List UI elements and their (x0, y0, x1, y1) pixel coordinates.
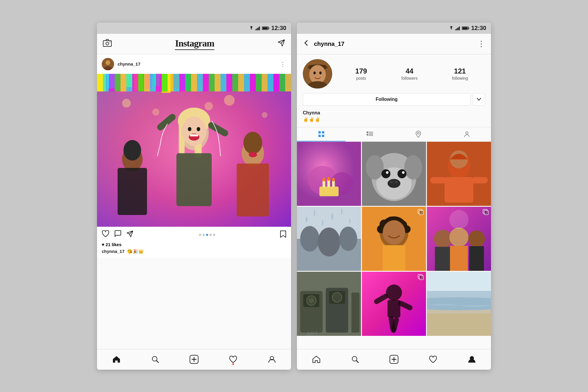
send-button[interactable] (278, 39, 285, 49)
svg-rect-144 (484, 211, 488, 215)
grid-item-8-icon (418, 274, 424, 281)
profile-nav-add-button[interactable] (390, 355, 398, 364)
svg-point-90 (332, 178, 335, 181)
svg-rect-139 (450, 246, 468, 271)
profile-nav-activity-button[interactable] (429, 356, 437, 363)
grid-item-4[interactable] (297, 207, 361, 271)
grid-item-2[interactable] (362, 142, 426, 206)
grid-photo-5 (362, 207, 426, 271)
save-button[interactable] (280, 230, 286, 240)
grid-item-7[interactable]: ART (297, 272, 361, 336)
followers-stat[interactable]: 44 followers (401, 67, 417, 81)
party-streamer (97, 74, 291, 91)
svg-point-136 (434, 230, 452, 248)
following-button[interactable]: Following (303, 93, 470, 106)
share-button[interactable] (126, 230, 134, 239)
feed-post: chynna_17 ⋮ (97, 54, 291, 258)
feed-phone: 12:30 Instagram (97, 23, 291, 370)
camera-icon (103, 39, 112, 47)
tab-location[interactable] (394, 127, 442, 141)
heart-nav-icon (229, 356, 237, 363)
svg-rect-57 (459, 26, 460, 30)
tab-grid[interactable] (297, 127, 345, 141)
dot-1 (199, 234, 201, 236)
svg-point-89 (328, 177, 330, 181)
home-icon (112, 356, 121, 363)
tab-list[interactable] (345, 127, 394, 141)
send-icon (278, 39, 285, 47)
svg-rect-131 (383, 245, 405, 271)
heart-nav-icon-2 (429, 356, 437, 363)
back-button[interactable] (303, 39, 310, 49)
like-button[interactable] (102, 230, 109, 239)
grid-item-1[interactable] (297, 142, 361, 206)
profile-more-button[interactable]: ⋮ (477, 39, 485, 49)
svg-rect-73 (369, 132, 373, 132)
svg-point-168 (427, 297, 491, 310)
nav-home-button[interactable] (112, 356, 121, 363)
activity-notification-dot (232, 363, 234, 365)
grid-item-9[interactable] (427, 272, 491, 336)
svg-point-79 (466, 132, 468, 134)
svg-rect-84 (319, 186, 338, 196)
svg-point-102 (395, 181, 398, 183)
photo-grid: ART (297, 142, 491, 336)
search-icon-2 (351, 356, 359, 363)
svg-point-64 (309, 65, 326, 84)
tab-tag[interactable] (442, 127, 491, 141)
nav-add-button[interactable] (190, 355, 198, 364)
add-icon-2 (390, 355, 398, 364)
svg-rect-60 (462, 27, 467, 29)
svg-point-116 (349, 218, 350, 223)
nav-profile-button[interactable] (268, 356, 276, 363)
grid-item-3[interactable] (427, 142, 491, 206)
post-username: chynna_17 (118, 61, 276, 66)
home-icon-2 (312, 356, 320, 363)
following-count: 121 (454, 67, 466, 75)
svg-rect-71 (322, 135, 324, 137)
nav-activity-button[interactable] (229, 356, 237, 363)
post-more-button[interactable]: ⋮ (280, 61, 286, 68)
profile-nav-search-button[interactable] (351, 356, 359, 363)
svg-point-151 (309, 298, 314, 303)
svg-rect-169 (427, 272, 491, 291)
posts-label: posts (356, 76, 366, 81)
grid-item-6[interactable] (427, 207, 491, 271)
svg-point-113 (322, 220, 323, 226)
following-stat[interactable]: 121 following (452, 67, 468, 81)
svg-point-47 (152, 109, 159, 116)
profile-info-section: 179 posts 44 followers 121 following (297, 54, 491, 93)
battery-icon (262, 26, 270, 30)
svg-point-120 (339, 226, 357, 251)
post-image (97, 74, 291, 227)
svg-point-30 (182, 116, 206, 146)
svg-rect-6 (262, 27, 268, 29)
post-avatar[interactable] (102, 58, 114, 70)
svg-point-66 (319, 71, 322, 74)
followers-count: 44 (405, 67, 413, 75)
grid-item-6-icon (483, 209, 489, 216)
grid-item-8[interactable] (362, 272, 426, 336)
profile-nav-profile-button[interactable] (468, 356, 476, 363)
camera-button[interactable] (103, 39, 112, 49)
profile-nav-home-button[interactable] (312, 356, 320, 363)
svg-rect-59 (468, 28, 469, 29)
feed-time: 12:30 (271, 25, 286, 31)
profile-app-header: chynna_17 ⋮ (297, 34, 491, 54)
profile-nav-icon (268, 356, 276, 363)
svg-point-157 (386, 284, 402, 301)
svg-rect-108 (472, 177, 488, 183)
svg-text:ART: ART (307, 331, 318, 336)
comment-icon (114, 230, 122, 237)
grid-item-5[interactable] (362, 207, 426, 271)
following-dropdown-button[interactable] (473, 93, 485, 106)
comment-button[interactable] (114, 230, 122, 239)
grid-photo-1 (297, 142, 361, 206)
grid-photo-2 (362, 142, 426, 206)
location-icon (415, 131, 421, 138)
list-icon (367, 131, 373, 137)
nav-search-button[interactable] (151, 356, 159, 363)
heart-icon (102, 230, 109, 237)
svg-point-142 (449, 210, 468, 229)
dot-3 (206, 234, 208, 236)
